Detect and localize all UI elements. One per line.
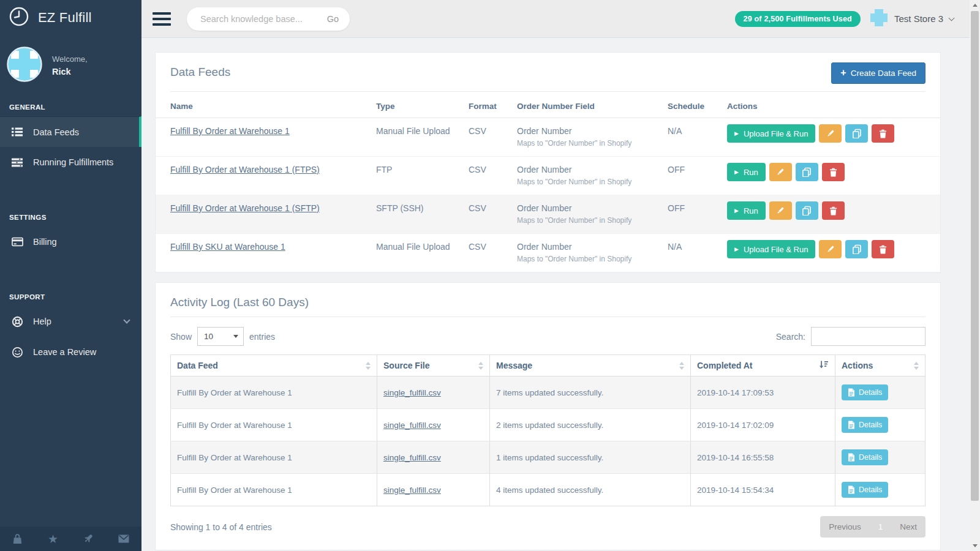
delete-button[interactable]: [822, 163, 845, 181]
shopping-bag-icon[interactable]: [0, 527, 36, 551]
data-feed-link[interactable]: Fulfill By Order at Warehouse 1: [170, 126, 290, 136]
table-search-control: Search:: [776, 327, 925, 346]
col-header-completed-at[interactable]: Completed At: [691, 355, 835, 377]
activity-search-input[interactable]: [811, 327, 925, 346]
sidebar-item-data-feeds[interactable]: Data Feeds: [0, 116, 141, 147]
activity-message: 4 items updated successfully.: [490, 474, 691, 506]
app-title: EZ Fulfill: [38, 10, 92, 26]
copy-button[interactable]: [796, 201, 818, 220]
col-header-data-feed[interactable]: Data Feed: [171, 355, 377, 377]
app-brand[interactable]: EZ Fulfill: [0, 0, 141, 36]
chevron-down-icon: [949, 15, 955, 21]
activity-log-title: Activity Log (Last 60 Days): [170, 293, 309, 309]
col-header-source-file[interactable]: Source File: [377, 355, 490, 377]
delete-button[interactable]: [872, 124, 894, 143]
credit-card-icon: [10, 237, 24, 247]
schedule-status: OFF: [668, 157, 727, 195]
source-file-link[interactable]: single_fulfill.csv: [383, 421, 441, 430]
upload-run-button[interactable]: ▶ Upload File & Run: [727, 240, 815, 258]
pencil-icon: [776, 206, 785, 215]
data-feeds-table: Name Type Format Order Number Field Sche…: [156, 93, 940, 272]
store-avatar: [870, 9, 888, 29]
current-page-button[interactable]: 1: [870, 516, 892, 538]
trash-icon: [829, 168, 837, 177]
delete-button[interactable]: [822, 201, 845, 220]
page-size-select[interactable]: 10: [197, 327, 244, 346]
data-feed-link[interactable]: Fulfill By SKU at Warehouse 1: [170, 242, 285, 252]
row-actions: ▶ Upload File & Run: [727, 124, 935, 143]
sidebar-item-label: Billing: [33, 237, 57, 247]
edit-button[interactable]: [769, 201, 792, 220]
section-label-support: SUPPORT: [0, 284, 141, 306]
scroll-down-arrow[interactable]: [970, 541, 980, 551]
upload-run-button[interactable]: ▶ Upload File & Run: [727, 124, 815, 143]
activity-log-panel-head: Activity Log (Last 60 Days): [170, 283, 925, 317]
section-label-settings: SETTINGS: [0, 204, 141, 227]
data-feed-row: Fulfill By SKU at Warehouse 1 Manual Fil…: [156, 234, 940, 272]
play-icon: ▶: [734, 208, 739, 214]
delete-button[interactable]: [872, 240, 894, 258]
create-data-feed-button[interactable]: + Create Data Feed: [831, 62, 925, 84]
entries-summary: Showing 1 to 4 of 4 entries: [170, 522, 272, 532]
feed-type: SFTP (SSH): [376, 195, 469, 234]
sidebar-item-running-fulfillments[interactable]: Running Fulfillments: [0, 147, 141, 178]
source-file-link[interactable]: single_fulfill.csv: [383, 485, 441, 495]
user-avatar: [7, 47, 42, 84]
search-input[interactable]: [200, 14, 327, 24]
schedule-status: N/A: [668, 118, 727, 157]
data-feed-link[interactable]: Fulfill By Order at Warehouse 1 (FTPS): [170, 165, 320, 174]
data-feeds-panel-head: Data Feeds + Create Data Feed: [170, 53, 925, 92]
copy-icon: [852, 129, 862, 138]
col-header-type: Type: [376, 93, 469, 118]
activity-completed-at: 2019-10-14 17:09:53: [691, 377, 835, 409]
copy-button[interactable]: [845, 124, 868, 143]
edit-button[interactable]: [819, 124, 842, 143]
col-header-message[interactable]: Message: [490, 355, 691, 377]
sort-icon: [366, 362, 371, 370]
topbar: Go 29 of 2,500 Fulfillments Used: [141, 0, 970, 38]
col-header-actions[interactable]: Actions: [835, 355, 925, 377]
activity-row: Fulfill By Order at Warehouse 1 single_f…: [171, 377, 925, 409]
details-button[interactable]: Details: [842, 482, 888, 498]
run-button[interactable]: ▶ Run: [727, 201, 766, 220]
star-icon[interactable]: ★: [36, 527, 71, 551]
copy-button[interactable]: [796, 163, 818, 181]
menu-toggle-button[interactable]: [153, 12, 171, 26]
previous-page-button[interactable]: Previous: [820, 516, 870, 538]
col-header-actions: Actions: [727, 93, 940, 118]
envelope-icon[interactable]: [106, 527, 141, 551]
order-field-note: Maps to "Order Number" in Shopify: [517, 139, 663, 148]
run-button[interactable]: ▶ Run: [727, 163, 766, 181]
edit-button[interactable]: [769, 163, 792, 181]
sidebar: EZ Fulfill Welcome, Rick GENERAL: [0, 0, 141, 551]
copy-button[interactable]: [845, 240, 868, 258]
search-go-button[interactable]: Go: [327, 14, 339, 24]
sidebar-item-leave-a-review[interactable]: Leave a Review: [0, 337, 141, 367]
store-name: Test Store 3: [894, 13, 943, 24]
play-icon: ▶: [734, 170, 739, 175]
source-file-link[interactable]: single_fulfill.csv: [383, 453, 441, 462]
details-button[interactable]: Details: [842, 417, 888, 433]
copy-icon: [802, 206, 812, 216]
details-button[interactable]: Details: [842, 449, 888, 465]
page-scrollbar[interactable]: [970, 0, 980, 551]
rocket-icon[interactable]: [71, 527, 107, 551]
col-header-name: Name: [156, 93, 376, 118]
next-page-button[interactable]: Next: [891, 516, 925, 538]
main-area: Go 29 of 2,500 Fulfillments Used: [141, 0, 970, 551]
row-actions: ▶ Upload File & Run: [727, 240, 935, 258]
section-label-general: GENERAL: [0, 94, 141, 116]
details-button[interactable]: Details: [842, 384, 888, 400]
scrollbar-thumb[interactable]: [971, 11, 979, 501]
data-feed-link[interactable]: Fulfill By Order at Warehouse 1 (SFTP): [170, 203, 320, 213]
data-feeds-panel: Data Feeds + Create Data Feed Name: [155, 52, 941, 273]
sidebar-item-billing[interactable]: Billing: [0, 227, 141, 257]
page-title: Data Feeds: [170, 62, 230, 79]
activity-log-panel: Activity Log (Last 60 Days) Show 10 entr…: [155, 282, 941, 550]
source-file-link[interactable]: single_fulfill.csv: [383, 388, 441, 397]
data-feed-row: Fulfill By Order at Warehouse 1 (SFTP) S…: [156, 195, 940, 234]
store-menu[interactable]: Test Store 3: [870, 9, 954, 29]
edit-button[interactable]: [819, 240, 842, 258]
scroll-up-arrow[interactable]: [970, 0, 980, 10]
sidebar-item-help[interactable]: Help: [0, 306, 141, 337]
